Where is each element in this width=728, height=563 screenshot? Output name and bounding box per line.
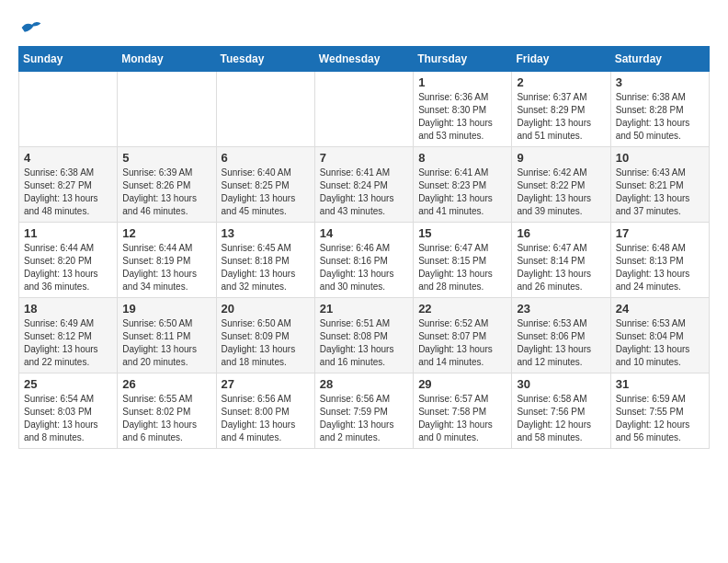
day-info: Sunrise: 6:47 AM Sunset: 8:15 PM Dayligh…	[418, 242, 506, 293]
calendar-cell: 17Sunrise: 6:48 AM Sunset: 8:13 PM Dayli…	[610, 223, 709, 298]
calendar-cell	[19, 72, 118, 147]
day-info: Sunrise: 6:56 AM Sunset: 8:00 PM Dayligh…	[222, 393, 310, 444]
page-header	[18, 18, 710, 37]
day-number: 27	[222, 377, 310, 391]
calendar-header: SundayMondayTuesdayWednesdayThursdayFrid…	[19, 47, 710, 72]
calendar-cell: 6Sunrise: 6:40 AM Sunset: 8:25 PM Daylig…	[216, 147, 314, 223]
day-info: Sunrise: 6:36 AM Sunset: 8:30 PM Dayligh…	[418, 91, 506, 143]
calendar-cell: 19Sunrise: 6:50 AM Sunset: 8:11 PM Dayli…	[118, 298, 216, 373]
day-info: Sunrise: 6:53 AM Sunset: 8:04 PM Dayligh…	[616, 317, 704, 369]
day-number: 29	[418, 377, 506, 391]
day-number: 17	[616, 226, 704, 240]
day-number: 16	[517, 226, 605, 240]
calendar-cell: 8Sunrise: 6:41 AM Sunset: 8:23 PM Daylig…	[414, 147, 512, 223]
calendar-cell: 4Sunrise: 6:38 AM Sunset: 8:27 PM Daylig…	[19, 147, 118, 223]
calendar-cell: 3Sunrise: 6:38 AM Sunset: 8:28 PM Daylig…	[610, 72, 709, 147]
day-number: 25	[24, 377, 112, 391]
day-info: Sunrise: 6:58 AM Sunset: 7:56 PM Dayligh…	[517, 393, 605, 444]
day-number: 3	[616, 75, 704, 89]
calendar-week-row: 25Sunrise: 6:54 AM Sunset: 8:03 PM Dayli…	[19, 373, 710, 449]
day-number: 30	[517, 377, 605, 391]
weekday-header-wednesday: Wednesday	[314, 47, 413, 72]
calendar-cell: 15Sunrise: 6:47 AM Sunset: 8:15 PM Dayli…	[414, 223, 512, 298]
calendar-cell: 12Sunrise: 6:44 AM Sunset: 8:19 PM Dayli…	[118, 223, 216, 298]
calendar-cell: 10Sunrise: 6:43 AM Sunset: 8:21 PM Dayli…	[610, 147, 709, 223]
day-number: 19	[122, 302, 210, 316]
day-number: 8	[418, 151, 506, 165]
calendar-cell: 21Sunrise: 6:51 AM Sunset: 8:08 PM Dayli…	[314, 298, 413, 373]
day-info: Sunrise: 6:50 AM Sunset: 8:09 PM Dayligh…	[222, 317, 310, 369]
day-number: 23	[517, 302, 605, 316]
day-number: 1	[418, 75, 506, 89]
day-info: Sunrise: 6:47 AM Sunset: 8:14 PM Dayligh…	[517, 242, 605, 293]
calendar-cell: 7Sunrise: 6:41 AM Sunset: 8:24 PM Daylig…	[314, 147, 413, 223]
calendar-cell	[314, 72, 413, 147]
day-number: 22	[418, 302, 506, 316]
calendar-cell: 27Sunrise: 6:56 AM Sunset: 8:00 PM Dayli…	[216, 373, 314, 449]
calendar-cell: 23Sunrise: 6:53 AM Sunset: 8:06 PM Dayli…	[512, 298, 610, 373]
calendar-cell: 22Sunrise: 6:52 AM Sunset: 8:07 PM Dayli…	[414, 298, 512, 373]
day-info: Sunrise: 6:59 AM Sunset: 7:55 PM Dayligh…	[616, 393, 704, 444]
day-info: Sunrise: 6:44 AM Sunset: 8:20 PM Dayligh…	[24, 242, 112, 293]
calendar-cell: 29Sunrise: 6:57 AM Sunset: 7:58 PM Dayli…	[414, 373, 512, 449]
day-info: Sunrise: 6:56 AM Sunset: 7:59 PM Dayligh…	[320, 393, 408, 444]
calendar-cell	[118, 72, 216, 147]
day-info: Sunrise: 6:45 AM Sunset: 8:18 PM Dayligh…	[222, 242, 310, 293]
calendar-cell: 18Sunrise: 6:49 AM Sunset: 8:12 PM Dayli…	[19, 298, 118, 373]
day-info: Sunrise: 6:39 AM Sunset: 8:26 PM Dayligh…	[122, 167, 210, 218]
logo	[18, 18, 42, 37]
day-info: Sunrise: 6:41 AM Sunset: 8:24 PM Dayligh…	[320, 167, 408, 218]
day-info: Sunrise: 6:42 AM Sunset: 8:22 PM Dayligh…	[517, 167, 605, 218]
calendar-cell: 16Sunrise: 6:47 AM Sunset: 8:14 PM Dayli…	[512, 223, 610, 298]
day-number: 24	[616, 302, 704, 316]
day-number: 9	[517, 151, 605, 165]
calendar-cell	[216, 72, 314, 147]
calendar-cell: 14Sunrise: 6:46 AM Sunset: 8:16 PM Dayli…	[314, 223, 413, 298]
day-number: 12	[122, 226, 210, 240]
calendar-week-row: 18Sunrise: 6:49 AM Sunset: 8:12 PM Dayli…	[19, 298, 710, 373]
day-number: 28	[320, 377, 408, 391]
calendar-week-row: 1Sunrise: 6:36 AM Sunset: 8:30 PM Daylig…	[19, 72, 710, 147]
calendar-table: SundayMondayTuesdayWednesdayThursdayFrid…	[18, 46, 710, 449]
weekday-header-monday: Monday	[118, 47, 216, 72]
day-info: Sunrise: 6:46 AM Sunset: 8:16 PM Dayligh…	[320, 242, 408, 293]
day-number: 11	[24, 226, 112, 240]
day-info: Sunrise: 6:38 AM Sunset: 8:28 PM Dayligh…	[616, 91, 704, 143]
day-info: Sunrise: 6:54 AM Sunset: 8:03 PM Dayligh…	[24, 393, 112, 444]
weekday-header-thursday: Thursday	[414, 47, 512, 72]
calendar-cell: 5Sunrise: 6:39 AM Sunset: 8:26 PM Daylig…	[118, 147, 216, 223]
day-info: Sunrise: 6:55 AM Sunset: 8:02 PM Dayligh…	[122, 393, 210, 444]
calendar-cell: 25Sunrise: 6:54 AM Sunset: 8:03 PM Dayli…	[19, 373, 118, 449]
day-number: 10	[616, 151, 704, 165]
calendar-cell: 30Sunrise: 6:58 AM Sunset: 7:56 PM Dayli…	[512, 373, 610, 449]
day-number: 20	[222, 302, 310, 316]
weekday-header-friday: Friday	[512, 47, 610, 72]
calendar-cell: 13Sunrise: 6:45 AM Sunset: 8:18 PM Dayli…	[216, 223, 314, 298]
calendar-cell: 31Sunrise: 6:59 AM Sunset: 7:55 PM Dayli…	[610, 373, 709, 449]
weekday-header-tuesday: Tuesday	[216, 47, 314, 72]
day-number: 18	[24, 302, 112, 316]
weekday-header-row: SundayMondayTuesdayWednesdayThursdayFrid…	[19, 47, 710, 72]
calendar-cell: 2Sunrise: 6:37 AM Sunset: 8:29 PM Daylig…	[512, 72, 610, 147]
calendar-cell: 24Sunrise: 6:53 AM Sunset: 8:04 PM Dayli…	[610, 298, 709, 373]
day-info: Sunrise: 6:44 AM Sunset: 8:19 PM Dayligh…	[122, 242, 210, 293]
calendar-cell: 20Sunrise: 6:50 AM Sunset: 8:09 PM Dayli…	[216, 298, 314, 373]
calendar-cell: 28Sunrise: 6:56 AM Sunset: 7:59 PM Dayli…	[314, 373, 413, 449]
calendar-body: 1Sunrise: 6:36 AM Sunset: 8:30 PM Daylig…	[19, 72, 710, 449]
calendar-cell: 11Sunrise: 6:44 AM Sunset: 8:20 PM Dayli…	[19, 223, 118, 298]
day-info: Sunrise: 6:52 AM Sunset: 8:07 PM Dayligh…	[418, 317, 506, 369]
day-number: 26	[122, 377, 210, 391]
day-number: 7	[320, 151, 408, 165]
day-number: 5	[122, 151, 210, 165]
day-info: Sunrise: 6:37 AM Sunset: 8:29 PM Dayligh…	[517, 91, 605, 143]
day-info: Sunrise: 6:50 AM Sunset: 8:11 PM Dayligh…	[122, 317, 210, 369]
weekday-header-saturday: Saturday	[610, 47, 709, 72]
calendar-week-row: 11Sunrise: 6:44 AM Sunset: 8:20 PM Dayli…	[19, 223, 710, 298]
day-info: Sunrise: 6:38 AM Sunset: 8:27 PM Dayligh…	[24, 167, 112, 218]
logo-bird-icon	[20, 18, 42, 37]
day-number: 13	[222, 226, 310, 240]
day-number: 21	[320, 302, 408, 316]
day-info: Sunrise: 6:57 AM Sunset: 7:58 PM Dayligh…	[418, 393, 506, 444]
day-number: 2	[517, 75, 605, 89]
day-info: Sunrise: 6:43 AM Sunset: 8:21 PM Dayligh…	[616, 167, 704, 218]
